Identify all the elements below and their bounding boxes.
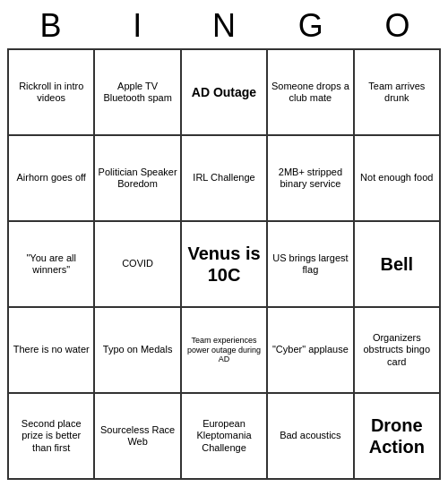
- bingo-cell-13: US brings largest flag: [268, 222, 354, 308]
- title-i: I: [94, 7, 181, 45]
- bingo-cell-2: AD Outage: [182, 50, 268, 136]
- bingo-grid: Rickroll in intro videosApple TV Bluetoo…: [7, 48, 441, 480]
- bingo-cell-11: COVID: [95, 222, 181, 308]
- bingo-cell-9: Not enough food: [355, 136, 441, 222]
- bingo-cell-21: Sourceless Race Web: [95, 394, 181, 480]
- title-b: B: [7, 7, 94, 45]
- bingo-cell-15: There is no water: [9, 308, 95, 394]
- bingo-cell-0: Rickroll in intro videos: [9, 50, 95, 136]
- bingo-cell-19: Organizers obstructs bingo card: [355, 308, 441, 394]
- bingo-cell-3: Someone drops a club mate: [268, 50, 354, 136]
- bingo-cell-8: 2MB+ stripped binary service: [268, 136, 354, 222]
- bingo-cell-16: Typo on Medals: [95, 308, 181, 394]
- bingo-cell-23: Bad acoustics: [268, 394, 354, 480]
- title-g: G: [267, 7, 354, 45]
- title-n: N: [181, 7, 268, 45]
- bingo-cell-12: Venus is 10C: [182, 222, 268, 308]
- bingo-cell-4: Team arrives drunk: [355, 50, 441, 136]
- bingo-cell-10: "You are all winners": [9, 222, 95, 308]
- bingo-cell-5: Airhorn goes off: [9, 136, 95, 222]
- bingo-cell-22: European Kleptomania Challenge: [182, 394, 268, 480]
- bingo-cell-7: IRL Challenge: [182, 136, 268, 222]
- title-o: O: [354, 7, 441, 45]
- bingo-cell-20: Second place prize is better than first: [9, 394, 95, 480]
- bingo-title: B I N G O: [7, 7, 441, 45]
- bingo-cell-18: "Cyber" applause: [268, 308, 354, 394]
- bingo-cell-17: Team experiences power outage during AD: [182, 308, 268, 394]
- bingo-cell-1: Apple TV Bluetooth spam: [95, 50, 181, 136]
- bingo-cell-6: Politician Speaker Boredom: [95, 136, 181, 222]
- bingo-cell-24: Drone Action: [355, 394, 441, 480]
- bingo-cell-14: Bell: [355, 222, 441, 308]
